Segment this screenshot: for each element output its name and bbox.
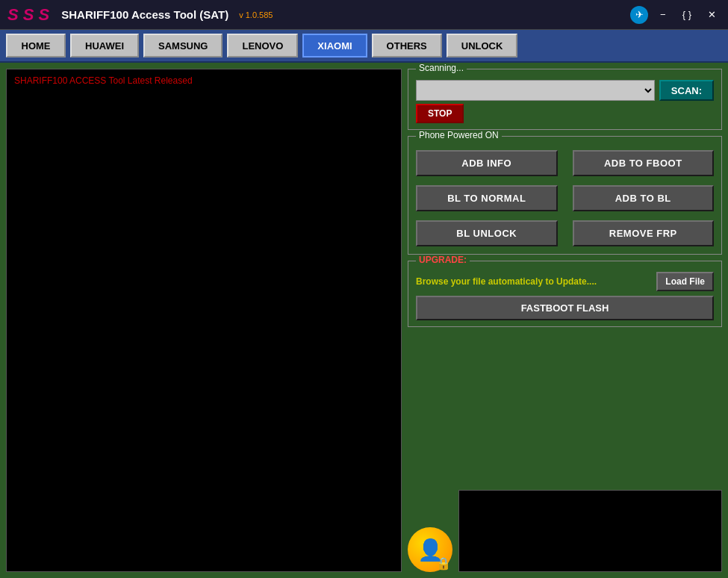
logo-icon: S S S <box>7 5 49 25</box>
phone-section-label: Phone Powered ON <box>416 130 502 140</box>
upgrade-label: UPGRADE: <box>416 255 470 265</box>
minimize-button[interactable]: − <box>656 7 671 22</box>
window-controls: ✈ − { } ✕ <box>630 6 721 24</box>
adb-to-bl-button[interactable]: ADB TO BL <box>573 185 715 211</box>
nav-samsung[interactable]: SAMSUNG <box>143 34 223 58</box>
upgrade-section: UPGRADE: Browse your file automaticaly t… <box>408 261 722 327</box>
nav-xiaomi[interactable]: XIAOMI <box>302 34 367 58</box>
scanning-section: Scanning... SCAN: STOP <box>408 69 722 130</box>
brackets-button[interactable]: { } <box>678 7 696 22</box>
close-button[interactable]: ✕ <box>703 7 721 22</box>
stop-button[interactable]: STOP <box>416 104 464 123</box>
port-select[interactable] <box>416 80 655 101</box>
nav-bar: HOME HUAWEI SAMSUNG LENOVO XIAOMI OTHERS… <box>0 30 728 63</box>
nav-huawei[interactable]: HUAWEI <box>70 34 139 58</box>
title-bar: S S S SHARIFF100 Access Tool (SAT) v 1.0… <box>0 0 728 30</box>
main-content: SHARIFF100 ACCESS Tool Latest Released S… <box>0 63 728 578</box>
scan-button[interactable]: SCAN: <box>659 80 714 101</box>
lock-icon: 🔒 <box>436 556 451 571</box>
bl-unlock-button[interactable]: BL UNLOCK <box>416 220 558 246</box>
nav-home[interactable]: HOME <box>6 34 66 58</box>
remove-frp-button[interactable]: REMOVE FRP <box>573 220 715 246</box>
left-panel-title: SHARIFF100 ACCESS Tool Latest Released <box>10 72 197 89</box>
version-label: v 1.0.585 <box>239 10 273 19</box>
nav-lenovo[interactable]: LENOVO <box>227 34 298 58</box>
scanning-label: Scanning... <box>416 63 467 73</box>
avatar-icon: 👤 🔒 <box>408 527 452 572</box>
browse-text: Browse your file automaticaly to Update.… <box>416 276 652 287</box>
load-file-button[interactable]: Load File <box>656 272 714 291</box>
fastboot-flash-button[interactable]: FASTBOOT FLASH <box>416 296 714 320</box>
bottom-area: 👤 🔒 <box>408 333 722 572</box>
right-panel: Scanning... SCAN: STOP Phone Powered ON … <box>408 69 722 572</box>
output-box <box>458 490 722 572</box>
logo-area: S S S SHARIFF100 Access Tool (SAT) v 1.0… <box>7 5 273 25</box>
bl-to-normal-button[interactable]: BL TO NORMAL <box>416 185 558 211</box>
phone-buttons-grid: ADB INFO ADB TO FBOOT BL TO NORMAL ADB T… <box>416 150 714 246</box>
telegram-icon[interactable]: ✈ <box>630 6 648 24</box>
adb-to-fboot-button[interactable]: ADB TO FBOOT <box>573 150 715 176</box>
nav-unlock[interactable]: UNLOCK <box>447 34 518 58</box>
nav-others[interactable]: OTHERS <box>372 34 442 58</box>
left-panel: SHARIFF100 ACCESS Tool Latest Released <box>6 69 402 572</box>
adb-info-button[interactable]: ADB INFO <box>416 150 558 176</box>
upgrade-row: Browse your file automaticaly to Update.… <box>416 272 714 291</box>
phone-section: Phone Powered ON ADB INFO ADB TO FBOOT B… <box>408 136 722 255</box>
app-title: SHARIFF100 Access Tool (SAT) <box>61 8 228 21</box>
scan-row: SCAN: <box>416 80 714 101</box>
